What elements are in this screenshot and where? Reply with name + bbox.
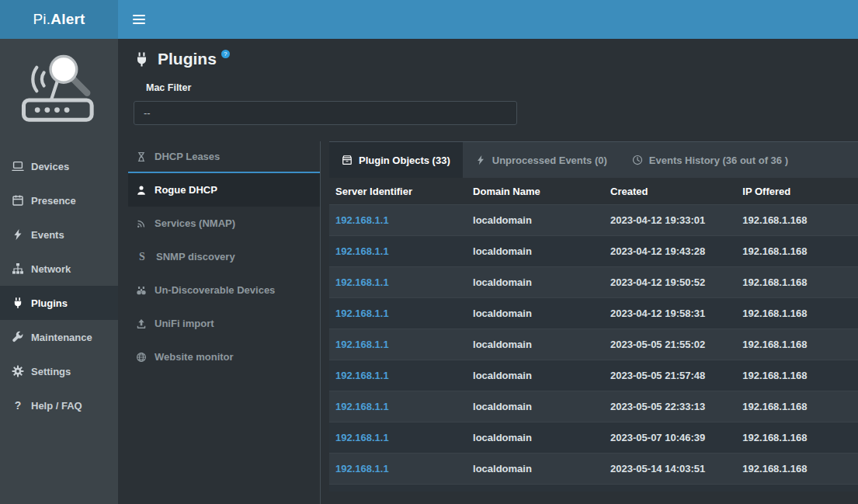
server-identifier-link[interactable]: 192.168.1.1 xyxy=(329,391,467,422)
plugin-nav: DHCP Leases Rogue DHCP Services (NMAP) S… xyxy=(128,141,321,504)
created-cell: 2023-05-07 10:46:39 xyxy=(604,422,736,454)
plugin-item-dhcp-leases[interactable]: DHCP Leases xyxy=(128,141,320,173)
sidebar-item-settings[interactable]: Settings xyxy=(0,354,118,388)
server-identifier-link[interactable]: 192.168.1.1 xyxy=(329,360,467,391)
sidebar-item-plugins[interactable]: Plugins xyxy=(0,286,118,320)
ip-offered-cell: 192.168.1.168 xyxy=(736,236,858,267)
created-cell: 2023-04-12 19:50:52 xyxy=(604,267,736,298)
sidebar-item-network[interactable]: Network xyxy=(0,252,118,286)
plugin-item-label: UniFi import xyxy=(155,318,214,329)
mac-filter-select[interactable]: -- xyxy=(134,101,517,125)
created-cell: 2023-05-05 21:55:02 xyxy=(604,329,736,360)
created-cell: 2023-04-12 19:58:31 xyxy=(604,298,736,329)
clock-icon xyxy=(632,155,643,165)
tab-bar: Plugin Objects (33) Unprocessed Events (… xyxy=(329,141,858,178)
ip-offered-cell: 192.168.1.168 xyxy=(736,454,858,485)
page-title: Plugins xyxy=(158,49,217,69)
plugin-item-undiscoverable-devices[interactable]: Un-Discoverable Devices xyxy=(128,273,320,307)
domain-name-cell: localdomain xyxy=(467,298,604,329)
ip-offered-cell: 192.168.1.168 xyxy=(736,422,858,454)
sidebar-item-label: Settings xyxy=(31,366,71,377)
server-identifier-link[interactable]: 192.168.1.1 xyxy=(329,236,467,267)
plugin-item-unifi-import[interactable]: UniFi import xyxy=(128,307,320,340)
plugin-item-label: Rogue DHCP xyxy=(155,184,217,196)
person-icon xyxy=(136,185,147,196)
domain-name-cell: localdomain xyxy=(467,236,604,267)
letter-s-icon: S xyxy=(136,251,148,263)
help-badge[interactable]: ? xyxy=(221,50,230,58)
plug-icon xyxy=(12,297,24,309)
table-row: 192.168.1.1 localdomain 2023-05-05 22:33… xyxy=(329,391,858,422)
sidebar-item-presence[interactable]: Presence xyxy=(0,183,118,217)
created-cell: 2023-05-05 22:33:13 xyxy=(604,391,736,422)
sidebar-toggle-button[interactable] xyxy=(118,0,160,39)
column-header-ip-offered[interactable]: IP Offered xyxy=(736,178,858,205)
domain-name-cell: localdomain xyxy=(467,454,604,485)
created-cell: 2023-05-14 14:03:51 xyxy=(604,454,736,485)
plugin-item-label: DHCP Leases xyxy=(155,151,220,162)
bolt-icon xyxy=(12,228,24,241)
domain-name-cell: localdomain xyxy=(467,267,604,298)
tab-unprocessed-events[interactable]: Unprocessed Events (0) xyxy=(463,142,620,178)
plugin-item-snmp-discovery[interactable]: S SNMP discovery xyxy=(128,240,320,273)
sidebar-item-events[interactable]: Events xyxy=(0,217,118,252)
sidebar-item-label: Events xyxy=(31,229,64,241)
sidebar-item-label: Network xyxy=(31,263,71,275)
binoculars-icon xyxy=(136,285,147,296)
tab-events-history[interactable]: Events History (36 out of 36 ) xyxy=(620,142,801,178)
sidebar-item-maintenance[interactable]: Maintenance xyxy=(0,320,118,354)
page-header: Plugins ? xyxy=(118,39,858,69)
table-row: 192.168.1.1 localdomain 2023-05-14 14:03… xyxy=(329,454,858,485)
created-cell: 2023-04-12 19:33:01 xyxy=(604,205,736,236)
server-identifier-link[interactable]: 192.168.1.1 xyxy=(329,454,467,485)
column-header-domain-name[interactable]: Domain Name xyxy=(467,178,604,205)
domain-name-cell: localdomain xyxy=(467,391,604,422)
brand-bold: Alert xyxy=(50,11,85,28)
column-header-created[interactable]: Created xyxy=(604,178,736,205)
plugin-item-rogue-dhcp[interactable]: Rogue DHCP xyxy=(128,173,320,207)
topbar: Pi.Alert xyxy=(0,0,858,39)
app-logo xyxy=(0,39,118,140)
table-row: 192.168.1.1 localdomain 2023-04-12 19:58… xyxy=(329,298,858,329)
server-identifier-link[interactable]: 192.168.1.1 xyxy=(329,329,467,360)
server-identifier-link[interactable]: 192.168.1.1 xyxy=(329,298,467,329)
sidebar-item-label: Maintenance xyxy=(31,332,92,343)
mac-filter-block: Mac Filter -- xyxy=(118,69,858,125)
hamburger-icon xyxy=(133,15,145,16)
sidebar-item-label: Devices xyxy=(31,161,69,172)
plugin-item-label: SNMP discovery xyxy=(156,251,235,262)
tab-plugin-objects[interactable]: Plugin Objects (33) xyxy=(329,142,463,178)
column-header-server-identifier[interactable]: Server Identifier xyxy=(329,178,467,205)
sidebar-item-devices[interactable]: Devices xyxy=(0,149,118,183)
domain-name-cell: localdomain xyxy=(467,329,604,360)
sidebar-item-label: Presence xyxy=(31,195,76,207)
table-header-row: Server Identifier Domain Name Created IP… xyxy=(329,178,858,205)
table-row: 192.168.1.1 localdomain 2023-05-07 10:46… xyxy=(329,422,858,454)
plugin-item-website-monitor[interactable]: Website monitor xyxy=(128,340,320,374)
router-magnifier-logo xyxy=(13,51,105,132)
brand-logo[interactable]: Pi.Alert xyxy=(0,0,118,39)
domain-name-cell: localdomain xyxy=(467,422,604,454)
server-identifier-link[interactable]: 192.168.1.1 xyxy=(329,205,467,236)
created-cell: 2023-05-05 21:57:48 xyxy=(604,360,736,391)
box-icon xyxy=(342,155,353,165)
radar-icon xyxy=(136,218,147,229)
sidebar-item-help[interactable]: ? Help / FAQ xyxy=(0,388,118,422)
sidebar-item-label: Help / FAQ xyxy=(31,400,82,412)
plugin-item-services-nmap[interactable]: Services (NMAP) xyxy=(128,207,320,240)
ip-offered-cell: 192.168.1.168 xyxy=(736,329,858,360)
question-icon: ? xyxy=(12,399,24,412)
table-row: 192.168.1.1 localdomain 2023-04-12 19:33… xyxy=(329,205,858,236)
plugin-objects-table: Server Identifier Domain Name Created IP… xyxy=(329,178,858,492)
server-identifier-link[interactable]: 192.168.1.1 xyxy=(329,267,467,298)
plugin-layout: DHCP Leases Rogue DHCP Services (NMAP) S… xyxy=(128,141,858,504)
mac-filter-value: -- xyxy=(144,107,151,119)
ip-offered-cell: 192.168.1.168 xyxy=(736,267,858,298)
plugin-item-label: Services (NMAP) xyxy=(155,217,235,229)
mac-filter-label: Mac Filter xyxy=(146,82,858,93)
sidebar-item-label: Plugins xyxy=(31,297,68,309)
domain-name-cell: localdomain xyxy=(467,205,604,236)
plugin-objects-table-wrap: Server Identifier Domain Name Created IP… xyxy=(329,178,858,504)
server-identifier-link[interactable]: 192.168.1.1 xyxy=(329,422,467,454)
hourglass-icon xyxy=(136,151,147,162)
